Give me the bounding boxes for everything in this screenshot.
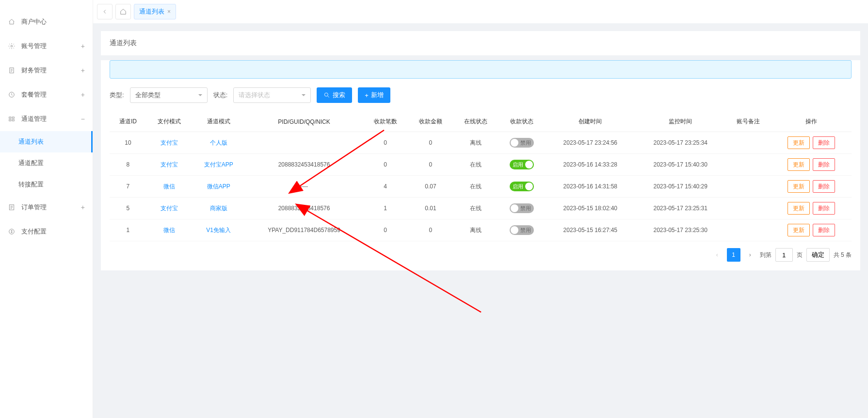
- cell-id: 8: [110, 154, 146, 176]
- nav-label: 通道管理: [21, 115, 81, 123]
- home-button[interactable]: [115, 4, 131, 19]
- cell-paymode[interactable]: 微信: [146, 219, 192, 241]
- page-title: 通道列表: [101, 31, 860, 55]
- cell-channelmode[interactable]: 个人版: [192, 132, 245, 154]
- delete-button[interactable]: 删除: [813, 202, 835, 215]
- nav-item-3[interactable]: 套餐管理+: [0, 83, 93, 107]
- nav-item-1[interactable]: 账号管理+: [0, 34, 93, 58]
- cell-count: 0: [363, 219, 408, 241]
- table-row: 1微信V1免输入YPAY_DD911784D657895900离线禁用2023-…: [110, 219, 852, 241]
- col-header: 监控时间: [635, 112, 725, 132]
- cell-count: 1: [363, 198, 408, 219]
- nav-item-5[interactable]: 订单管理+: [0, 195, 93, 219]
- update-button[interactable]: 更新: [788, 202, 810, 215]
- cell-actions: 更新删除: [771, 198, 852, 219]
- svg-point-9: [325, 93, 328, 96]
- doc-icon: [8, 67, 16, 74]
- toggle-switch[interactable]: 禁用: [510, 203, 534, 213]
- cell-actions: 更新删除: [771, 132, 852, 154]
- back-button[interactable]: [97, 4, 113, 19]
- toggle-switch[interactable]: 启用: [510, 182, 534, 191]
- update-button[interactable]: 更新: [788, 136, 810, 149]
- pagination: ‹ 1 › 到第 页 确定 共 5 条: [110, 241, 852, 262]
- cell-paymode[interactable]: 支付宝: [146, 154, 192, 176]
- cell-toggle: 禁用: [498, 132, 545, 154]
- type-select[interactable]: 全部类型: [130, 87, 208, 103]
- cell-online: 离线: [453, 132, 498, 154]
- cell-remark: [725, 132, 771, 154]
- close-icon[interactable]: ×: [167, 8, 171, 15]
- nav-item-2[interactable]: 财务管理+: [0, 58, 93, 83]
- expand-icon: +: [81, 42, 85, 50]
- svg-rect-5: [9, 119, 11, 121]
- nav-item-6[interactable]: 支付配置: [0, 219, 93, 244]
- delete-button[interactable]: 删除: [813, 180, 835, 193]
- tab-channel-list[interactable]: 通道列表 ×: [134, 4, 176, 19]
- sub-item-1[interactable]: 通道配置: [0, 152, 93, 174]
- cell-actions: 更新删除: [771, 176, 852, 198]
- toggle-switch[interactable]: 禁用: [510, 225, 534, 235]
- cell-toggle: 启用: [498, 154, 545, 176]
- prev-page[interactable]: ‹: [711, 248, 723, 262]
- content: 通道列表 类型: 全部类型 状态: 请选择状态 搜索 +: [93, 23, 868, 418]
- topbar: 通道列表 ×: [93, 0, 868, 23]
- status-select[interactable]: 请选择状态: [233, 87, 311, 103]
- filter-row: 类型: 全部类型 状态: 请选择状态 搜索 + 新增: [101, 79, 860, 112]
- page-label: 页: [797, 251, 803, 259]
- cell-paymode[interactable]: 支付宝: [146, 132, 192, 154]
- update-button[interactable]: 更新: [788, 180, 810, 193]
- delete-button[interactable]: 删除: [813, 136, 835, 149]
- next-page[interactable]: ›: [744, 248, 756, 262]
- update-button[interactable]: 更新: [788, 224, 810, 236]
- nav-label: 支付配置: [21, 227, 85, 236]
- pay-icon: [8, 228, 16, 235]
- col-header: 账号备注: [725, 112, 771, 132]
- plus-icon: +: [365, 92, 369, 99]
- cell-online: 在线: [453, 176, 498, 198]
- table-row: 8支付宝支付宝APP208883245341857600在线启用2023-05-…: [110, 154, 852, 176]
- sub-item-2[interactable]: 转接配置: [0, 174, 93, 195]
- add-button[interactable]: + 新增: [358, 87, 390, 103]
- search-button[interactable]: 搜索: [317, 87, 352, 103]
- cell-channelmode[interactable]: 微信APP: [192, 176, 245, 198]
- delete-button[interactable]: 删除: [813, 224, 835, 236]
- cell-channelmode[interactable]: V1免输入: [192, 219, 245, 241]
- main: 通道列表 × 通道列表 类型: 全部类型 状态: 请选择状态 搜索: [93, 0, 868, 418]
- total-label: 共 5 条: [834, 251, 852, 259]
- sub-item-0[interactable]: 通道列表: [0, 131, 93, 152]
- cell-id: 5: [110, 198, 146, 219]
- cell-monitored: 2023-05-17 15:40:29: [635, 176, 725, 198]
- col-header: 收款金额: [408, 112, 453, 132]
- cell-paymode[interactable]: 微信: [146, 176, 192, 198]
- cell-id: 10: [110, 132, 146, 154]
- expand-icon: −: [81, 115, 85, 123]
- sidebar: 商户中心账号管理+财务管理+套餐管理+通道管理−通道列表通道配置转接配置订单管理…: [0, 0, 93, 418]
- cell-created: 2023-05-17 23:24:56: [545, 132, 635, 154]
- nav-label: 套餐管理: [21, 90, 81, 99]
- tab-label: 通道列表: [139, 7, 164, 16]
- col-header: 收款状态: [498, 112, 545, 132]
- cell-amount: 0: [408, 219, 453, 241]
- col-header: 通道ID: [110, 112, 146, 132]
- cell-created: 2023-05-15 18:02:40: [545, 198, 635, 219]
- table-row: 10支付宝个人版00离线禁用2023-05-17 23:24:562023-05…: [110, 132, 852, 154]
- nav-label: 订单管理: [21, 203, 81, 212]
- delete-button[interactable]: 删除: [813, 158, 835, 171]
- goto-label: 到第: [760, 251, 772, 259]
- update-button[interactable]: 更新: [788, 158, 810, 171]
- cell-paymode[interactable]: 支付宝: [146, 198, 192, 219]
- cell-channelmode[interactable]: 支付宝APP: [192, 154, 245, 176]
- nav-item-4[interactable]: 通道管理−: [0, 107, 93, 131]
- toggle-switch[interactable]: 禁用: [510, 138, 534, 148]
- goto-input[interactable]: [775, 248, 793, 262]
- alert-bar: [110, 60, 852, 79]
- nav-item-0[interactable]: 商户中心: [0, 10, 93, 34]
- goto-confirm[interactable]: 确定: [806, 248, 830, 262]
- col-header: 创建时间: [545, 112, 635, 132]
- cell-channelmode[interactable]: 商家版: [192, 198, 245, 219]
- cell-pid: 2088832453418576: [245, 154, 363, 176]
- toggle-switch[interactable]: 启用: [510, 160, 534, 169]
- cell-online: 离线: [453, 219, 498, 241]
- cell-actions: 更新删除: [771, 219, 852, 241]
- page-number[interactable]: 1: [727, 248, 740, 262]
